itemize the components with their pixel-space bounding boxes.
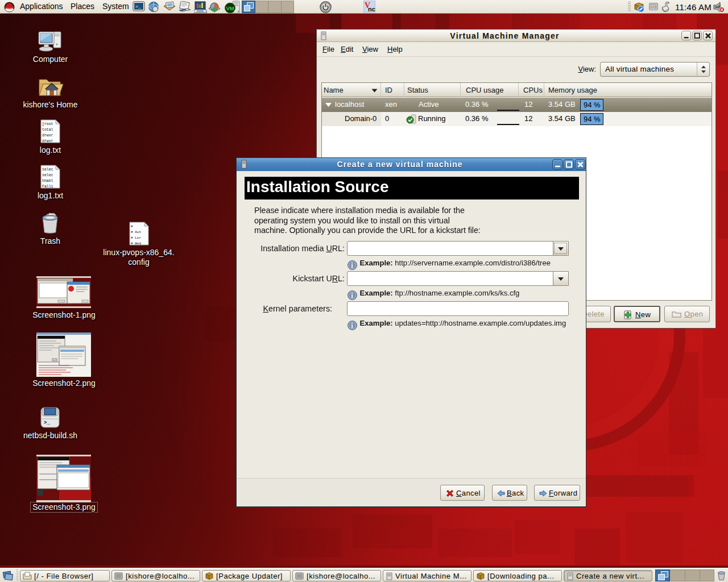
svg-text:>_: >_ (135, 4, 141, 9)
svg-text:drwxr: drwxr (42, 139, 53, 143)
svg-text:VM: VM (226, 5, 234, 11)
svg-text:# Aut: # Aut (131, 230, 141, 234)
svg-text:selec: selec (42, 168, 53, 172)
svg-text:>_: >_ (44, 420, 50, 426)
svg-text:Unabl: Unabl (42, 179, 53, 183)
svg-text:nc: nc (368, 6, 375, 13)
svg-text:total: total (42, 128, 53, 132)
svg-text:#: # (131, 225, 133, 228)
svg-text:# Wed: # Wed (131, 242, 141, 246)
svg-text:selec: selec (42, 173, 53, 177)
svg-text:# Lir: # Lir (131, 236, 141, 240)
svg-text:[root: [root (42, 122, 53, 126)
svg-text:drwxr: drwxr (42, 134, 53, 138)
svg-text:Falli: Falli (42, 185, 53, 189)
